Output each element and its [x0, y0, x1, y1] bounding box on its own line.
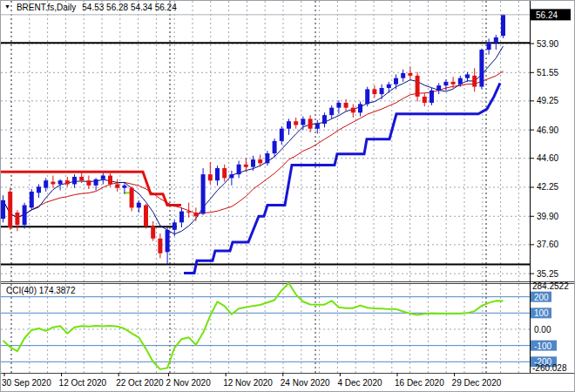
candle-bear — [408, 73, 412, 76]
candle-bear — [86, 180, 91, 186]
cci-level-badge-label: 100 — [534, 308, 549, 318]
ohlc-readout: 54.53 56.28 54.34 56.24 — [82, 3, 176, 12]
candle-bear — [79, 177, 84, 180]
candle-bull — [72, 177, 77, 184]
candle-bear — [244, 165, 248, 167]
candle-bear — [8, 192, 12, 227]
candle-bull — [487, 43, 491, 50]
chart-background — [1, 1, 575, 392]
price-tick-label: 37.60 — [537, 240, 558, 249]
candle-bear — [15, 213, 19, 225]
price-tick-label: 39.90 — [537, 212, 558, 221]
candle-bull — [501, 15, 505, 36]
candle-bull — [201, 174, 206, 213]
candle-bull — [443, 82, 448, 85]
candle-bear — [130, 188, 134, 208]
price-tick-label: 46.90 — [537, 125, 558, 135]
chart-titlebar: ▼ BRENT.fs,Daily 54.53 56.28 54.34 56.24 — [4, 2, 177, 12]
candle-bull — [172, 222, 177, 229]
candle-bear — [222, 168, 227, 178]
candle-bear — [372, 89, 376, 94]
candle-bull — [265, 153, 269, 163]
candle-bear — [344, 103, 348, 108]
date-tick-label: 4 Dec 2020 — [337, 378, 382, 388]
candle-bull — [465, 74, 470, 78]
candle-bull — [358, 104, 362, 112]
candle-bull — [380, 88, 384, 94]
current-price-badge-label: 56.24 — [536, 10, 558, 20]
chart-window: 56.2453.9051.5549.2546.9044.6042.2539.90… — [0, 0, 575, 392]
candle-bull — [479, 50, 484, 86]
symbol-title: BRENT.fs,Daily — [17, 3, 76, 12]
candle-bear — [451, 82, 456, 84]
candle-bear — [65, 180, 70, 184]
candle-bull — [401, 73, 405, 78]
candle-bull — [387, 84, 391, 88]
candle-bull — [336, 103, 341, 108]
candle-bear — [351, 108, 355, 113]
candle-bear — [308, 118, 313, 128]
candle-bear — [108, 176, 112, 185]
price-tick-label: 53.90 — [537, 39, 558, 49]
candle-bull — [122, 186, 126, 188]
price-tick-label: 49.25 — [537, 96, 558, 105]
candle-bear — [258, 159, 262, 163]
candle-bear — [158, 239, 162, 253]
date-tick-label: 30 Sep 2020 — [2, 378, 51, 388]
candle-bear — [423, 97, 427, 103]
candle-bull — [322, 115, 327, 124]
date-tick-label: 22 Oct 2020 — [116, 378, 164, 388]
candle-bull — [37, 186, 41, 193]
candle-bull — [137, 203, 141, 208]
candle-bull — [280, 129, 284, 141]
candle-bear — [186, 212, 191, 213]
candle-bull — [436, 85, 441, 91]
candle-bull — [394, 78, 398, 84]
candle-bull — [237, 165, 241, 174]
candle-bear — [151, 226, 155, 239]
candle-bull — [273, 141, 277, 153]
price-tick-label: 42.25 — [537, 182, 558, 192]
candle-bull — [229, 174, 233, 178]
candle-bull — [494, 37, 498, 43]
cci-min-label: -260.028 — [532, 363, 567, 373]
date-tick-label: 2 Nov 2020 — [166, 378, 212, 388]
price-tick-label: 51.55 — [537, 68, 558, 78]
candle-bear — [193, 213, 198, 216]
candle-bull — [365, 89, 369, 104]
date-tick-label: 16 Dec 2020 — [395, 378, 444, 388]
price-tick-label: 44.60 — [537, 153, 558, 163]
date-tick-label: 12 Oct 2020 — [59, 378, 107, 388]
candle-bull — [301, 118, 305, 125]
candle-bull — [1, 200, 5, 219]
price-tick-label: 35.25 — [537, 269, 558, 279]
candle-bull — [287, 121, 291, 128]
candle-bull — [251, 159, 255, 166]
candle-bull — [94, 179, 98, 186]
candle-bear — [294, 121, 298, 125]
candle-bear — [51, 182, 55, 185]
candle-bull — [23, 206, 27, 226]
candle-bear — [208, 174, 213, 180]
candle-bull — [179, 212, 184, 223]
candle-bull — [458, 78, 463, 84]
date-tick-label: 24 Nov 2020 — [281, 378, 330, 388]
indicator-label: CCI(40) 174.3872 — [6, 286, 76, 295]
candle-bull — [215, 168, 220, 180]
dropdown-arrow-icon[interactable]: ▼ — [4, 3, 10, 11]
candle-bull — [315, 124, 320, 129]
candle-bear — [144, 206, 148, 226]
candle-bear — [115, 184, 119, 187]
date-tick-label: 29 Dec 2020 — [452, 378, 502, 388]
date-tick-label: 12 Nov 2020 — [223, 378, 273, 388]
candle-bull — [101, 176, 105, 179]
cci-max-label: 284.2522 — [532, 281, 569, 291]
cci-level-badge-label: -100 — [534, 341, 551, 351]
candle-bull — [430, 91, 434, 103]
candle-bull — [166, 230, 170, 252]
cci-zero-label: 0.00 — [534, 325, 551, 335]
candle-bull — [58, 180, 63, 184]
cci-level-badge-label: 200 — [534, 293, 549, 302]
price-chart-canvas[interactable]: 56.2453.9051.5549.2546.9044.6042.2539.90… — [1, 1, 575, 392]
candle-bull — [30, 192, 34, 207]
